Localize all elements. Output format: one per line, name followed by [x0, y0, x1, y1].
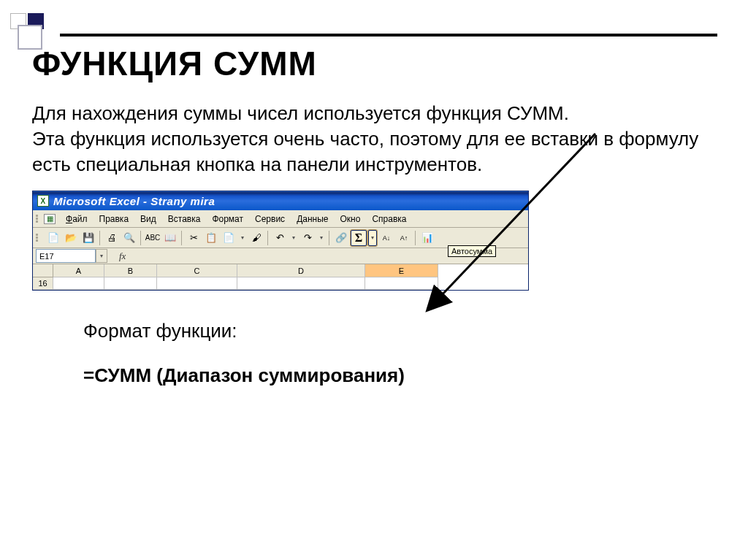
paste-dropdown[interactable]: ▾: [238, 230, 247, 246]
save-button[interactable]: 💾: [80, 230, 96, 246]
menu-edit[interactable]: Правка: [94, 212, 135, 226]
name-box[interactable]: E17: [36, 249, 96, 263]
format-syntax: =СУММ (Диапазон суммирования): [83, 364, 716, 387]
sort-desc-button[interactable]: A↑: [396, 230, 412, 246]
menubar-grip-icon: [36, 215, 42, 223]
toolbar-separator: [267, 231, 269, 245]
research-button[interactable]: 📖: [162, 230, 178, 246]
excel-window-title: Microsoft Excel - Strany mira: [53, 195, 215, 207]
redo-button[interactable]: ↷: [299, 230, 316, 246]
cell-D16[interactable]: [237, 277, 365, 290]
menu-view[interactable]: Вид: [134, 212, 162, 226]
slide-title: ФУНКЦИЯ СУММ: [32, 44, 716, 83]
excel-titlebar: X Microsoft Excel - Strany mira: [33, 191, 528, 210]
title-rule: [60, 34, 717, 37]
format-label: Формат функции:: [83, 320, 716, 342]
row-header-16[interactable]: 16: [33, 277, 53, 290]
paragraph-1: Для нахождения суммы чисел используется …: [32, 101, 711, 126]
menu-file[interactable]: Файл: [60, 212, 94, 226]
undo-button[interactable]: ↶: [272, 230, 288, 246]
menu-insert[interactable]: Вставка: [162, 212, 207, 226]
cut-button[interactable]: ✂: [186, 230, 202, 246]
menu-window[interactable]: Окно: [334, 212, 366, 226]
slide-decoration: [10, 13, 54, 57]
toolbar-separator: [415, 231, 416, 245]
toolbar-separator: [329, 231, 330, 245]
name-box-dropdown[interactable]: ▾: [96, 249, 107, 263]
excel-menubar: ▦ Файл Правка Вид Вставка Формат Сервис …: [33, 210, 528, 228]
worksheet-grid: A B C D E 16: [33, 264, 528, 290]
copy-button[interactable]: 📋: [203, 230, 219, 246]
spelling-button[interactable]: ABC: [145, 230, 161, 246]
col-header-E[interactable]: E: [365, 264, 438, 277]
select-all-corner[interactable]: [33, 264, 53, 277]
col-header-B[interactable]: B: [104, 264, 157, 277]
toolbar-separator: [99, 231, 101, 245]
cell-E16[interactable]: [365, 277, 438, 290]
cell-A16[interactable]: [53, 277, 104, 290]
col-header-A[interactable]: A: [53, 264, 104, 277]
toolbar-separator: [140, 231, 142, 245]
toolbar-separator: [181, 231, 183, 245]
toolbar-grip-icon: [36, 234, 42, 242]
undo-dropdown[interactable]: ▾: [289, 230, 298, 246]
chart-wizard-button[interactable]: 📊: [419, 230, 435, 246]
print-preview-button[interactable]: 🔍: [121, 230, 137, 246]
col-header-D[interactable]: D: [237, 264, 365, 277]
hyperlink-button[interactable]: 🔗: [333, 230, 349, 246]
col-header-C[interactable]: C: [157, 264, 237, 277]
autosum-button[interactable]: Σ: [351, 230, 367, 246]
menu-format[interactable]: Формат: [206, 212, 249, 226]
cell-C16[interactable]: [157, 277, 237, 290]
autosum-tooltip: Автосумма: [448, 245, 496, 257]
paragraph-2: Эта функция используется очень часто, по…: [32, 126, 711, 177]
open-button[interactable]: 📂: [63, 230, 79, 246]
cell-B16[interactable]: [104, 277, 157, 290]
menu-tools[interactable]: Сервис: [249, 212, 291, 226]
excel-app-icon: X: [37, 195, 49, 207]
fx-label[interactable]: fx: [119, 250, 126, 262]
workbook-icon: ▦: [44, 214, 56, 224]
sort-asc-button[interactable]: A↓: [378, 230, 394, 246]
format-painter-button[interactable]: 🖌: [248, 230, 264, 246]
print-button[interactable]: 🖨: [104, 230, 120, 246]
paste-button[interactable]: 📄: [221, 230, 237, 246]
new-button[interactable]: 📄: [45, 230, 61, 246]
redo-dropdown[interactable]: ▾: [317, 230, 326, 246]
excel-window: X Microsoft Excel - Strany mira ▦ Файл П…: [32, 191, 529, 291]
autosum-dropdown[interactable]: ▾: [368, 230, 377, 246]
menu-data[interactable]: Данные: [291, 212, 334, 226]
menu-help[interactable]: Справка: [366, 212, 412, 226]
